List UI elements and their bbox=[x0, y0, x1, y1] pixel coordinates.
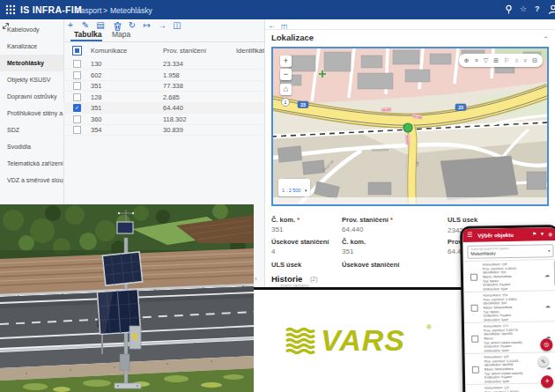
field-label: ULS úsek bbox=[271, 261, 301, 269]
field-label: Č. kom. * bbox=[271, 216, 300, 224]
list-item[interactable]: Komunikace: 354 Prov. staničení: 2.30911… bbox=[463, 290, 555, 323]
cell-komunikace: 130 bbox=[91, 60, 102, 68]
sidebar-item-protihlukove-steny[interactable]: Protihlukové stěny a valy bbox=[0, 105, 63, 122]
row-checkbox[interactable] bbox=[73, 71, 81, 79]
sidebar: Kabelovody Kanalizace Meteohlásky Objekt… bbox=[0, 21, 63, 189]
cell-komunikace: 354 bbox=[91, 126, 102, 134]
vars-registered-mark: ® bbox=[426, 323, 432, 331]
cloud-icon[interactable]: ☁ bbox=[545, 302, 551, 308]
item-checkbox[interactable] bbox=[471, 336, 478, 343]
row-checkbox[interactable] bbox=[73, 60, 81, 68]
cloud-icon[interactable]: ☁ bbox=[544, 271, 550, 277]
sidebar-item-svodidla[interactable]: Svodidla bbox=[0, 138, 63, 155]
scale-caret-icon: ▾ bbox=[305, 188, 307, 193]
sidebar-item-dopravni-ostruvky[interactable]: Dopravní ostrůvky bbox=[0, 88, 63, 105]
item-text: Komunikace: 373 Prov. staničení: 5.00779… bbox=[484, 323, 539, 353]
row-checkbox[interactable] bbox=[73, 115, 81, 123]
sidebar-item-vdz-sloupky[interactable]: VDZ a směrové sloupky bbox=[0, 172, 63, 189]
tab-mapa[interactable]: Mapa bbox=[112, 30, 130, 39]
user-icon[interactable] bbox=[548, 4, 555, 15]
object-type-dropdown[interactable]: Zvolte typ pasportního objektu Meteohlás… bbox=[467, 244, 553, 259]
sidebar-item-objekty-ksusv[interactable]: Objekty KSUSV bbox=[0, 71, 63, 88]
column-header-prov-stanizeni[interactable]: Prov. staničení bbox=[163, 47, 206, 55]
home-button[interactable]: ⌂ bbox=[280, 84, 292, 95]
sidebar-item-label: Protihlukové stěny a valy bbox=[7, 110, 63, 116]
phone-title: Výběr objektu bbox=[477, 232, 514, 239]
sidebar-item-meteohlasky[interactable]: Meteohlásky bbox=[0, 55, 63, 71]
panel-divider bbox=[264, 29, 555, 30]
column-header-komunikace[interactable]: Komunikace bbox=[91, 47, 127, 55]
table-row[interactable]: 360 118.302 bbox=[63, 114, 264, 125]
section-chevron-icon[interactable]: › bbox=[255, 275, 257, 283]
table-row-selected[interactable]: ✓ 351 64.440 bbox=[63, 102, 264, 114]
basemap-icon[interactable]: ⊕ bbox=[464, 57, 470, 64]
app-launcher-icon[interactable] bbox=[5, 4, 16, 15]
lokalizace-title: Lokalizace bbox=[271, 33, 314, 42]
item-text: Komunikace: 354 Prov. staničení: 2.30911… bbox=[483, 292, 538, 322]
app-title: IS INFRA-FIM bbox=[20, 4, 82, 15]
sidebar-item-kabelovody[interactable]: Kabelovody bbox=[0, 21, 63, 38]
cell-stanizeni: 23.334 bbox=[163, 60, 183, 68]
row-checkbox[interactable] bbox=[73, 126, 81, 134]
table-row[interactable]: 354 30.839 bbox=[63, 124, 264, 136]
table-row[interactable]: 351 77.338 bbox=[63, 80, 264, 92]
menu-icon[interactable]: ☰ bbox=[467, 232, 472, 239]
field-value-c-kom-2[interactable]: 351 bbox=[342, 248, 353, 255]
zoom-out-button[interactable]: − bbox=[280, 69, 292, 80]
pin-icon[interactable] bbox=[504, 4, 514, 14]
item-text: Komunikace: 325 Prov. staničení: 2.21245… bbox=[485, 354, 540, 384]
filter-funnel-icon[interactable]: ▼ bbox=[540, 231, 545, 236]
dropdown-value: Meteohlásky bbox=[468, 249, 552, 256]
svg-text:1: 1 bbox=[285, 100, 287, 105]
circle-select-icon[interactable]: ○ bbox=[514, 57, 518, 63]
map-canvas[interactable]: 64.438 64.439 64.440 23 23 1 Riegrova Hr… bbox=[271, 47, 549, 206]
row-checkbox-checked[interactable]: ✓ bbox=[73, 104, 81, 112]
table-row[interactable]: 130 23.334 bbox=[63, 58, 264, 70]
tab-tabulka[interactable]: Tabulka bbox=[74, 30, 102, 39]
help-icon[interactable]: ? bbox=[535, 4, 540, 13]
tab-divider bbox=[63, 41, 264, 42]
route-shield-23: 23 bbox=[298, 101, 308, 108]
field-label: Prov. staničení * bbox=[342, 216, 393, 224]
flag-icon[interactable]: ⚑ bbox=[532, 231, 536, 236]
sidebar-item-label: Objekty KSUSV bbox=[7, 77, 50, 83]
item-checkbox[interactable] bbox=[470, 274, 477, 281]
scale-selector[interactable]: 1 : 2 500 ▾ bbox=[278, 179, 310, 196]
layers-icon[interactable]: ≡ bbox=[475, 57, 478, 63]
cell-stanizeni: 64.440 bbox=[163, 104, 183, 112]
row-checkbox[interactable] bbox=[73, 82, 81, 90]
breadcrumb-pasport[interactable]: Pasport bbox=[76, 6, 101, 15]
sidebar-item-kanalizace[interactable]: Kanalizace bbox=[0, 38, 63, 55]
funnel-icon[interactable]: ▿ bbox=[524, 57, 528, 64]
sidebar-item-label: Svodidla bbox=[7, 144, 31, 150]
measure-icon[interactable]: ⊞ bbox=[493, 57, 499, 64]
item-checkbox[interactable] bbox=[471, 305, 478, 312]
field-value-prov-stanizeni[interactable]: 64.440 bbox=[342, 226, 363, 233]
print-icon[interactable]: ⊟ bbox=[532, 57, 537, 64]
flag-icon[interactable]: ⚐ bbox=[504, 57, 509, 64]
row-checkbox[interactable] bbox=[73, 93, 81, 101]
collapse-chevron-icon[interactable]: › bbox=[542, 36, 550, 39]
filter-icon[interactable]: ▽ bbox=[484, 57, 488, 64]
close-circle-icon[interactable]: ⊗ bbox=[548, 231, 552, 237]
sidebar-item-sdz[interactable]: SDZ bbox=[0, 122, 63, 138]
sidebar-item-label: Dopravní ostrůvky bbox=[7, 93, 56, 100]
field-label: Úsekové staničení bbox=[271, 238, 329, 246]
meteo-station-photo bbox=[0, 204, 254, 392]
item-checkbox[interactable] bbox=[472, 366, 479, 374]
selected-object-marker[interactable] bbox=[403, 123, 412, 132]
field-value-c-kom[interactable]: 351 bbox=[271, 226, 283, 233]
select-all-checkbox[interactable] bbox=[72, 46, 82, 55]
table-row[interactable]: 602 1.958 bbox=[63, 70, 264, 81]
column-header-identifikator[interactable]: Identifikátor bbox=[236, 47, 264, 55]
sidebar-item-telematicka-zarizeni[interactable]: Telematická zařízení bbox=[0, 155, 63, 172]
historie-title[interactable]: Historie bbox=[271, 274, 302, 284]
star-icon[interactable]: ☆ bbox=[520, 4, 527, 13]
table-row[interactable]: 128 2.685 bbox=[63, 92, 264, 103]
breadcrumb-meteohlasky[interactable]: Meteohlásky bbox=[110, 6, 152, 15]
zoom-in-button[interactable]: + bbox=[280, 55, 292, 67]
list-item[interactable]: Komunikace: 108 Prov. staničení: 2.29110… bbox=[463, 259, 555, 292]
cell-stanizeni: 30.839 bbox=[163, 126, 183, 134]
sidebar-item-label: SDZ bbox=[7, 127, 19, 133]
field-value-usekove-stanizeni[interactable]: 4 bbox=[271, 248, 275, 255]
